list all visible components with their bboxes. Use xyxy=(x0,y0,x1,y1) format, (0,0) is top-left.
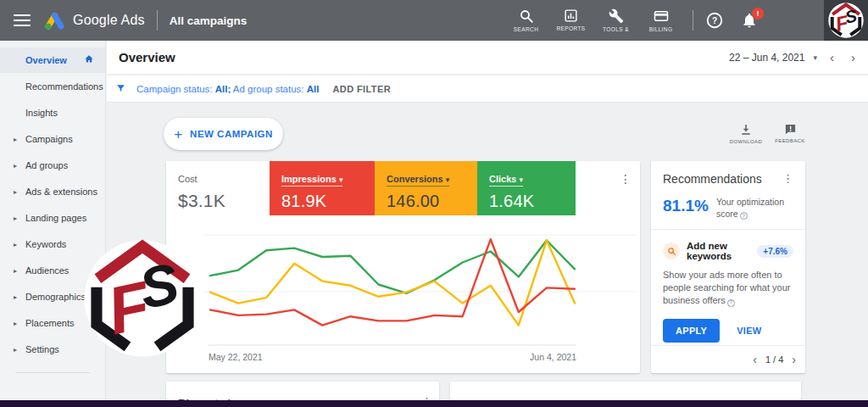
pagination-previous-button[interactable]: ‹ xyxy=(750,353,760,366)
date-range-selector[interactable]: 22 – Jun 4, 2021 xyxy=(729,52,804,64)
sidebar-item-label: Campaigns xyxy=(25,134,73,144)
notifications-button[interactable]: ! xyxy=(741,12,758,29)
bottom-overlay-bar xyxy=(0,400,868,407)
topbar-nav-search[interactable]: SEARCH xyxy=(506,8,546,32)
metric-value: 1.64K xyxy=(489,192,564,211)
caret-down-icon: ▾ xyxy=(339,176,343,184)
info-icon[interactable]: ? xyxy=(740,212,748,220)
billing-icon xyxy=(654,8,669,24)
sidebar-item-label: Settings xyxy=(25,344,59,354)
search-icon xyxy=(519,8,534,24)
divider xyxy=(651,229,805,230)
recommendation-item-title[interactable]: Add new keywords xyxy=(687,241,750,261)
add-filter-button[interactable]: ADD FILTER xyxy=(332,84,391,94)
topbar-nav-billing[interactable]: BILLING xyxy=(641,8,681,32)
feedback-icon xyxy=(784,123,797,136)
expand-arrow-icon: ▸ xyxy=(14,136,17,143)
help-icon[interactable]: ? xyxy=(705,11,724,30)
expand-arrow-icon: ▸ xyxy=(14,293,17,301)
metric-label[interactable]: Conversions ▾ xyxy=(387,174,449,187)
tools-icon xyxy=(609,8,624,24)
sidebar-item-audiences[interactable]: ▸Audiences xyxy=(0,258,105,283)
expand-arrow-icon: ▸ xyxy=(14,267,17,275)
google-ads-logo-icon xyxy=(42,10,64,31)
topbar-divider xyxy=(157,10,158,31)
caret-down-icon[interactable]: ▾ xyxy=(813,53,817,62)
chart-line-conversions xyxy=(210,241,575,326)
sidebar-item-label: Demographics xyxy=(25,292,86,302)
plus-icon: + xyxy=(174,127,182,142)
next-period-button[interactable]: › xyxy=(847,50,860,64)
feedback-button[interactable]: FEEDBACK xyxy=(770,123,810,143)
nav-item-label: SEARCH xyxy=(514,26,539,32)
score-uplift-badge: +7.6% xyxy=(757,245,793,258)
metric-card-impressions[interactable]: Impressions ▾81.9K xyxy=(270,161,375,215)
sidebar-item-overview[interactable]: Overview xyxy=(0,47,105,73)
view-button[interactable]: VIEW xyxy=(737,326,761,336)
filter-bar: Campaign status: All; Ad group status: A… xyxy=(107,75,868,103)
sidebar-item-recommendations[interactable]: Recommendations xyxy=(0,74,105,99)
topbar-nav-reports[interactable]: REPORTS xyxy=(551,8,591,31)
caret-down-icon: ▾ xyxy=(446,176,450,184)
page-title: Overview xyxy=(119,50,175,64)
metric-label[interactable]: Clicks ▾ xyxy=(489,174,523,187)
sidebar-item-label: Ad groups xyxy=(25,160,68,170)
status-filter-chip[interactable]: Campaign status: All; Ad group status: A… xyxy=(136,84,319,94)
metric-card-cost[interactable]: Cost$3.1K xyxy=(166,161,270,215)
x-axis-start-label: May 22, 2021 xyxy=(209,352,263,362)
metric-label: Cost xyxy=(178,174,198,184)
fs-watermark-logo-small: FS xyxy=(827,2,865,39)
sidebar-item-settings[interactable]: ▸Settings xyxy=(0,337,105,362)
expand-arrow-icon: ▸ xyxy=(14,188,17,196)
overview-chart-card: Cost$3.1KImpressions ▾81.9KConversions ▾… xyxy=(166,161,640,373)
x-axis-end-label: Jun 4, 2021 xyxy=(530,352,576,362)
pagination-status: 1 / 4 xyxy=(765,354,783,365)
optimization-score-value: 81.1% xyxy=(663,197,709,215)
sidebar-item-campaigns[interactable]: ▸Campaigns xyxy=(0,126,105,152)
info-icon[interactable]: ? xyxy=(727,299,735,307)
recommendations-menu-button[interactable]: ⋮ xyxy=(782,172,793,185)
svg-text:?: ? xyxy=(712,16,717,25)
expand-arrow-icon: ▸ xyxy=(14,162,17,170)
previous-period-button[interactable]: ‹ xyxy=(826,50,838,64)
recommendations-pagination: ‹ 1 / 4 › xyxy=(651,345,805,373)
new-campaign-button[interactable]: + NEW CAMPAIGN xyxy=(164,118,283,150)
metric-label[interactable]: Impressions ▾ xyxy=(281,174,342,187)
sidebar-item-demographics[interactable]: ▸Demographics xyxy=(0,284,105,309)
optimization-score-label: Your optimization score? xyxy=(716,197,793,220)
feedback-label: FEEDBACK xyxy=(775,138,805,143)
recommendations-title: Recommendations xyxy=(663,172,762,186)
metric-cards: Cost$3.1KImpressions ▾81.9KConversions ▾… xyxy=(166,161,640,215)
sidebar-item-label: Keywords xyxy=(25,239,66,249)
expand-arrow-icon: ▸ xyxy=(14,241,17,248)
sidebar-item-placements[interactable]: ▸Placements xyxy=(0,310,105,336)
topbar-right: SEARCHREPORTSTOOLS &BILLING ? ! xyxy=(506,8,758,32)
topbar-nav-tools[interactable]: TOOLS & xyxy=(596,8,636,32)
ad-group-status-label: Ad group status: xyxy=(233,84,304,94)
download-label: DOWNLOAD xyxy=(730,139,763,144)
sidebar-item-insights[interactable]: Insights xyxy=(0,100,105,125)
apply-button[interactable]: APPLY xyxy=(663,319,720,343)
topbar-nav: SEARCHREPORTSTOOLS &BILLING xyxy=(506,8,681,32)
sidebar-item-label: Insights xyxy=(25,108,58,118)
sidebar-item-landing-pages[interactable]: ▸Landing pages xyxy=(0,205,105,231)
metric-value: 146.00 xyxy=(387,192,465,211)
metric-card-conversions[interactable]: Conversions ▾146.00 xyxy=(375,161,477,215)
metric-card-clicks[interactable]: Clicks ▾1.64K xyxy=(477,161,576,215)
expand-arrow-icon: ▸ xyxy=(14,320,17,327)
download-icon xyxy=(739,123,753,137)
sidebar-item-ad-groups[interactable]: ▸Ad groups xyxy=(0,153,105,178)
expand-arrow-icon: ▸ xyxy=(14,346,17,354)
download-button[interactable]: DOWNLOAD xyxy=(726,123,766,144)
nav-item-label: TOOLS & xyxy=(603,26,629,32)
overview-chart: May 22, 2021 Jun 4, 2021 xyxy=(200,220,641,369)
topbar-divider xyxy=(693,10,693,31)
chart-card-menu-button[interactable]: ⋮ xyxy=(620,173,632,185)
hamburger-menu-icon[interactable] xyxy=(14,14,31,26)
sidebar-item-ads-extensions[interactable]: ▸Ads & extensions xyxy=(0,179,105,204)
campaign-status-label: Campaign status: xyxy=(136,84,213,94)
metric-value: 81.9K xyxy=(281,192,363,211)
sidebar-item-keywords[interactable]: ▸Keywords xyxy=(0,231,105,257)
pagination-next-button[interactable]: › xyxy=(789,353,798,366)
nav-item-label: BILLING xyxy=(649,26,673,32)
